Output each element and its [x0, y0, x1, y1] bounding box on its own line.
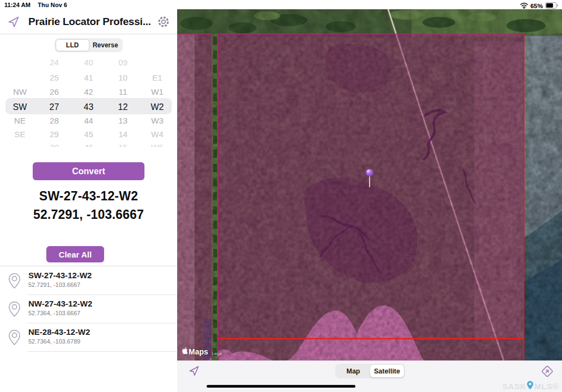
satellite-map[interactable]: Maps Legal	[177, 9, 562, 360]
tab-reverse[interactable]: Reverse	[89, 39, 122, 51]
map-pin-icon	[8, 329, 21, 348]
saved-location-row[interactable]: SW-27-43-12-W2 52.7291, -103.6667	[0, 267, 177, 295]
lld-picker-wheels[interactable]: 244009 254110E1 NW264211W1 SW274312W2 NE…	[3, 59, 174, 147]
map-pin-icon	[8, 273, 21, 291]
wifi-icon	[520, 1, 528, 11]
picker-row[interactable]: 244009	[3, 59, 174, 70]
saved-location-lld: SW-27-43-12-W2	[28, 271, 92, 280]
home-indicator[interactable]	[207, 385, 355, 388]
saved-location-row[interactable]: NW-27-43-12-W2 52.7364, -103.6667	[0, 295, 177, 323]
status-bar: 11:24 AM Thu Nov 6 65%	[0, 0, 562, 9]
saved-location-lld: NE-28-43-12-W2	[28, 327, 90, 336]
row-divider	[27, 351, 177, 352]
battery-percent: 65%	[530, 3, 543, 9]
apple-maps-attribution: Maps	[181, 347, 208, 356]
status-time-date: 11:24 AM Thu Nov 6	[4, 2, 67, 8]
tab-map[interactable]: Map	[336, 365, 370, 377]
battery-icon	[545, 1, 559, 11]
map-toolbar: Map Satellite SASK MLS®	[177, 360, 562, 392]
header-divider	[0, 34, 177, 34]
satellite-map-canvas[interactable]	[177, 9, 562, 360]
prairie-locator-app: 11:24 AM Thu Nov 6 65% Prairie Locator P…	[0, 0, 562, 392]
clear-all-button[interactable]: Clear All	[46, 246, 104, 262]
mode-segmented-control: LLD Reverse	[55, 38, 123, 52]
saved-location-lld: NW-27-43-12-W2	[28, 299, 92, 308]
map-pin-icon	[8, 301, 21, 320]
picker-row-selected[interactable]: SW274312W2	[3, 99, 174, 115]
directions-diamond-icon[interactable]	[540, 364, 554, 381]
saved-location-coords: 52.7291, -103.6667	[28, 281, 80, 288]
picker-row[interactable]: SE294514W4	[3, 127, 174, 142]
picker-row[interactable]: 254110E1	[3, 71, 174, 85]
saved-location-row[interactable]: NE-28-43-12-W2 52.7364, -103.6789	[0, 323, 177, 352]
picker-row[interactable]: NW264211W1	[3, 85, 174, 99]
map-panel: Maps Legal Map Satellite SASK MLS®	[177, 0, 562, 392]
result-coordinates: 52.7291, -103.6667	[0, 207, 177, 222]
maps-attribution-label: Maps	[189, 347, 208, 356]
legal-link[interactable]: Legal	[212, 351, 222, 356]
list-divider	[0, 266, 177, 266]
location-arrow-icon[interactable]	[7, 15, 20, 30]
current-location-button[interactable]	[188, 365, 200, 379]
tab-lld[interactable]: LLD	[56, 39, 89, 51]
page-title: Prairie Locator Professi...	[24, 16, 155, 28]
picker-row[interactable]: NE284413W3	[3, 114, 174, 128]
apple-logo-icon	[181, 347, 188, 356]
saved-location-coords: 52.7364, -103.6667	[28, 310, 80, 316]
result-lld: SW-27-43-12-W2	[0, 189, 177, 204]
saskmls-watermark: SASK MLS®	[503, 381, 559, 391]
watermark-pin-icon	[527, 381, 534, 391]
status-time: 11:24 AM	[4, 2, 31, 8]
saved-location-coords: 52.7364, -103.6789	[28, 338, 80, 345]
sidebar: Prairie Locator Professi... LLD Reverse …	[0, 9, 177, 392]
convert-button[interactable]: Convert	[33, 162, 144, 180]
settings-gear-icon[interactable]	[157, 15, 170, 30]
picker-row[interactable]: 304615W5	[3, 140, 174, 147]
tab-satellite[interactable]: Satellite	[370, 365, 404, 377]
status-date: Thu Nov 6	[38, 2, 67, 8]
app-header: Prairie Locator Professi...	[0, 14, 177, 33]
map-type-segmented-control: Map Satellite	[335, 364, 405, 378]
